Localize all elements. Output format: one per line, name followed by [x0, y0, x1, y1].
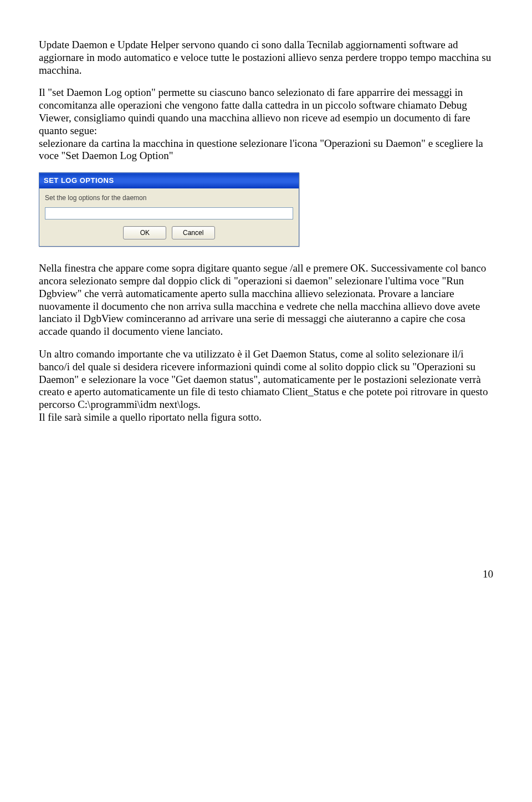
dialog-body: Set the log options for the daemon OK Ca… [39, 188, 299, 246]
paragraph-1: Update Daemon e Update Helper servono qu… [39, 39, 493, 76]
dialog-titlebar: SET LOG OPTIONS [39, 173, 299, 188]
dialog-screenshot: SET LOG OPTIONS Set the log options for … [39, 172, 493, 247]
dialog-description: Set the log options for the daemon [45, 194, 293, 202]
dialog-button-row: OK Cancel [45, 226, 293, 239]
ok-button[interactable]: OK [123, 226, 166, 239]
page-number: 10 [39, 568, 493, 581]
paragraph-3: selezionare da cartina la macchina in qu… [39, 137, 493, 163]
log-options-input[interactable] [45, 207, 293, 219]
set-log-options-dialog: SET LOG OPTIONS Set the log options for … [39, 172, 299, 247]
paragraph-5: Un altro comando importante che va utili… [39, 348, 493, 411]
paragraph-4: Nella finestra che appare come sopra dig… [39, 262, 493, 338]
cancel-button[interactable]: Cancel [172, 226, 215, 239]
paragraph-2: Il "set Daemon Log option" permette su c… [39, 86, 493, 137]
paragraph-6: Il file sarà simile a quello riportato n… [39, 411, 493, 424]
